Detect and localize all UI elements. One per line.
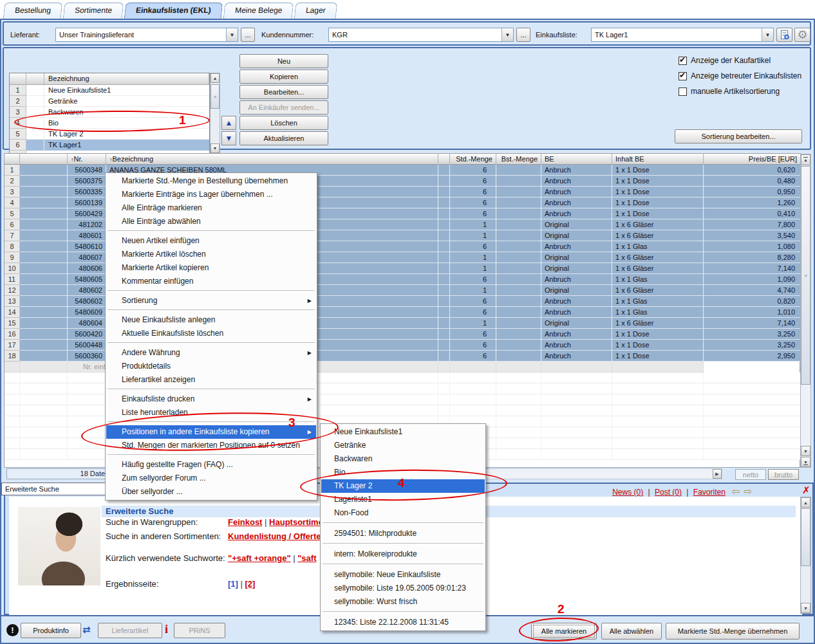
lists-vertical-scrollbar[interactable]: ▲ ≡ ▼ <box>210 73 220 154</box>
search-link-saft[interactable]: "saft <box>297 553 316 563</box>
menu-item-lieferartikel-anzeigen[interactable]: Lieferartikel anzeigen <box>106 373 316 387</box>
menu-item-std-mengen-der-markierten-positionen-auf-0-setzen[interactable]: Std. Mengen der markierten Positionen au… <box>106 439 316 452</box>
menu-item-andere-währung[interactable]: Andere Währung▶ <box>106 346 316 360</box>
kopieren-button[interactable]: Kopieren <box>239 69 328 84</box>
arrow-right-icon[interactable]: ⇨ <box>744 486 752 497</box>
scroll-right-icon[interactable]: ▶ <box>713 469 722 479</box>
header-cell-bst-menge[interactable]: Bst.-Menge <box>496 153 541 165</box>
search-vertical-scrollbar[interactable]: ▲ ▼ <box>800 497 811 614</box>
netto-toggle[interactable]: netto <box>735 469 766 480</box>
search-link-2[interactable]: [2] <box>245 579 256 589</box>
refresh-icon[interactable]: ⇄ <box>82 624 91 636</box>
list-item-neue-einkaufsliste1[interactable]: 1Neue Einkaufsliste1 <box>10 85 209 96</box>
list-item-tk-lager-2[interactable]: 5TK Lager 2 <box>10 129 209 140</box>
header-cell-bezeichnung[interactable]: ↑Bezeichnung <box>106 153 438 165</box>
alle-markieren-button[interactable]: Alle markieren <box>531 623 597 639</box>
einkaufsliste-combobox[interactable]: TK Lager1 ▼ <box>591 28 774 42</box>
scroll-top-icon[interactable]: ▲ <box>801 154 810 165</box>
scroll-up-icon[interactable]: ▲ <box>801 497 810 508</box>
menu-item-markierte-artikel-löschen[interactable]: Markierte Artikel löschen <box>106 248 316 261</box>
menu-item-häufig-gestellte-fragen-faq[interactable]: Häufig gestellte Fragen (FAQ) ... <box>106 458 316 472</box>
header-cell-std-menge[interactable]: Std.-Menge <box>450 153 496 165</box>
list-item-getränke[interactable]: 2Getränke <box>10 96 209 107</box>
nav-link-news-0[interactable]: News (0) <box>612 488 643 497</box>
alle-abwaehlen-button[interactable]: Alle abwählen <box>601 623 662 639</box>
kundennummer-combobox[interactable]: KGR ▼ <box>328 28 514 42</box>
menu-item-zum-sellyorder-forum[interactable]: Zum sellyorder Forum ... <box>106 472 316 485</box>
menu-item-produktdetails[interactable]: Produktdetails <box>106 360 316 373</box>
scrollbar-thumb[interactable]: ≡ <box>211 84 220 109</box>
checkbox-box[interactable] <box>679 72 687 80</box>
search-link-saft-orange[interactable]: "+saft +orange" <box>228 553 291 563</box>
search-mode-combobox[interactable]: Erweiterte Suche <box>1 483 106 495</box>
nav-link-post-0[interactable]: Post (0) <box>655 488 682 497</box>
chevron-down-icon[interactable]: ▼ <box>226 28 238 41</box>
brutto-toggle[interactable]: brutto <box>768 469 799 480</box>
checkbox-anzeige-betreuter-einkaufslisten[interactable]: Anzeige betreuter Einkaufslisten <box>679 71 807 80</box>
scroll-up-icon[interactable]: ▲ <box>211 73 220 83</box>
kundennummer-browse-button[interactable]: ... <box>516 28 530 42</box>
shopping-lists-header[interactable]: Bezeichnung <box>10 73 209 85</box>
bearbeiten-button[interactable]: Bearbeiten... <box>239 85 328 99</box>
löschen-button[interactable]: Löschen <box>239 116 328 130</box>
neu-button[interactable]: Neu <box>239 54 328 68</box>
move-up-button[interactable]: ▲ <box>221 116 236 130</box>
menu-item-markierte-artikel-kopieren[interactable]: Markierte Artikel kopieren <box>106 261 316 275</box>
scroll-bottom-icon[interactable]: ▼ <box>801 457 810 467</box>
produktinfo-button[interactable]: Produktinfo <box>21 623 81 638</box>
menu-item-über-sellyorder[interactable]: Über sellyorder ... <box>106 485 316 499</box>
header-cell-inhalt-be[interactable]: Inhalt BE <box>612 153 704 165</box>
menu-item-sortierung[interactable]: Sortierung▶ <box>106 294 316 308</box>
submenu-item-12345-liste-22-12-2008-11-31-45[interactable]: 12345: Liste 22.12.2008 11:31:45 <box>321 616 485 629</box>
aktualisieren-button[interactable]: Aktualisieren <box>239 131 328 145</box>
nav-link-favoriten[interactable]: Favoriten <box>693 488 726 497</box>
submenu-item-getränke[interactable]: Getränke <box>321 439 485 452</box>
tab-meine-belege[interactable]: Meine Belege <box>223 3 294 19</box>
menu-item-positionen-in-andere-einkaufsliste-kopieren[interactable]: Positionen in andere Einkaufsliste kopie… <box>106 425 316 439</box>
list-item-tk-lager1[interactable]: 6TK Lager1 <box>10 140 209 151</box>
menu-item-neue-einkaufsliste-anlegen[interactable]: Neue Einkaufsliste anlegen <box>106 313 316 327</box>
header-cell-nr[interactable]: ↑Nr. <box>68 153 106 165</box>
scroll-down-icon[interactable]: ▼ <box>801 603 810 613</box>
header-cell-be[interactable]: BE <box>541 153 612 165</box>
checkbox-box[interactable] <box>679 57 687 65</box>
submenu-item-2594501-milchprodukte[interactable]: 2594501: Milchprodukte <box>321 527 485 540</box>
header-cell-preis[interactable]: Preis/BE [EUR] <box>704 153 801 165</box>
tab-einkaufslisten-ekl[interactable]: Einkaufslisten (EKL) <box>124 3 223 19</box>
scrollbar-thumb[interactable]: ≡ <box>801 166 810 385</box>
submenu-item-non-food[interactable]: Non-Food <box>321 506 485 520</box>
submenu-item-sellymobile-wurst-frisch[interactable]: sellymobile: Wurst frisch <box>321 595 485 609</box>
menu-item-alle-einträge-abwählen[interactable]: Alle Einträge abwählen <box>106 215 316 228</box>
submenu-item-neue-einkaufsliste1[interactable]: Neue Einkaufsliste1 <box>321 425 485 439</box>
close-icon[interactable]: ✗ <box>802 484 810 496</box>
arrow-left-icon[interactable]: ⇦ <box>732 486 740 497</box>
move-down-button[interactable]: ▼ <box>221 131 236 145</box>
checkbox-box[interactable] <box>679 87 687 96</box>
scrollbar-thumb[interactable] <box>801 508 810 566</box>
menu-item-alle-einträge-markieren[interactable]: Alle Einträge markieren <box>106 201 316 215</box>
checkbox-manuelle-artikelsortierung[interactable]: manuelle Artikelsortierung <box>679 87 807 96</box>
scroll-down-icon[interactable]: ▼ <box>801 446 810 456</box>
new-list-button[interactable] <box>776 28 792 42</box>
menu-item-markierte-std-menge-in-bestellung-übernehmen[interactable]: Markierte Std.-Menge in Bestellung übern… <box>106 174 316 188</box>
settings-button[interactable]: ⚙ <box>794 28 810 42</box>
info-icon[interactable]: i <box>165 623 168 636</box>
submenu-item-backwaren[interactable]: Backwaren <box>321 452 485 466</box>
menu-item-kommentar-einfügen[interactable]: Kommentar einfügen <box>106 275 316 288</box>
submenu-item-lagerliste1[interactable]: Lagerliste1 <box>321 493 485 506</box>
sortierung-bearbeiten-button[interactable]: Sortierung bearbeiten... <box>675 129 802 143</box>
header-cell-bezeichnung[interactable]: Bezeichnung <box>44 73 209 84</box>
alert-icon[interactable]: ! <box>6 624 19 636</box>
search-link-kundenlistung-offerte[interactable]: Kundenlistung / Offerte <box>228 531 321 541</box>
checkbox-anzeige-der-kaufartikel[interactable]: Anzeige der Kaufartikel <box>679 56 807 65</box>
lieferant-browse-button[interactable]: ... <box>241 28 255 42</box>
submenu-item-sellymobile-neue-einkaufsliste[interactable]: sellymobile: Neue Einkaufsliste <box>321 568 485 582</box>
tab-sortimente[interactable]: Sortimente <box>63 3 124 19</box>
submenu-item-intern-molkereiprodukte[interactable]: intern: Molkereiprodukte <box>321 547 485 561</box>
scroll-down-icon[interactable]: ▼ <box>211 143 220 153</box>
search-link-feinkost[interactable]: Feinkost <box>228 517 262 527</box>
menu-item-einkaufsliste-drucken[interactable]: Einkaufsliste drucken▶ <box>106 392 316 406</box>
tab-lager[interactable]: Lager <box>294 3 337 19</box>
chevron-down-icon[interactable]: ▼ <box>762 28 773 41</box>
chevron-down-icon[interactable]: ▼ <box>501 28 513 41</box>
